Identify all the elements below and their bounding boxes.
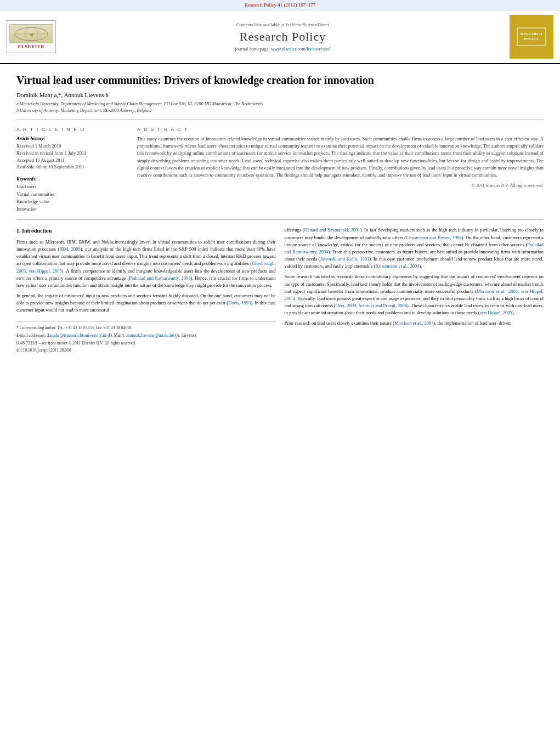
intro-para5: Prior research on lead users closely exa…	[285, 320, 544, 327]
email-link-mahr[interactable]: d.mahr@maastrichtuniversity.nl	[47, 332, 106, 338]
sciverse-line: Contents lists available at SciVerse Sci…	[67, 22, 499, 27]
ref-kristensson[interactable]: Kristensson et al., 2004	[375, 263, 419, 269]
history-heading: Article history:	[16, 135, 126, 141]
ref-prahalad2[interactable]: Prahalad and Ramaswamy, 2004	[285, 242, 544, 254]
keywords-heading: Keywords:	[16, 176, 126, 182]
intro-para4: Some research has tried to reconcile the…	[285, 273, 544, 316]
footnote-star: * Corresponding author. Tel.: +31 43 38 …	[16, 325, 276, 331]
divider-top	[16, 120, 544, 120]
body-col-left: 1. Introduction Firms such as Microsoft,…	[16, 227, 276, 354]
body-columns: 1. Introduction Firms such as Microsoft,…	[16, 227, 544, 354]
footnote-doi: doi:10.1016/j.respol.2011.08.006	[16, 347, 276, 353]
ref-morrison[interactable]: Morrison et al., 2004; von Hippel, 2005	[285, 289, 544, 301]
ref-henard[interactable]: Henard and Szymanski, 2001	[304, 227, 360, 233]
affiliation-a: a Maastricht University, Department of M…	[16, 101, 544, 106]
keyword-2: Virtual communities	[16, 191, 126, 199]
ref-christensen[interactable]: Christensen and Bower, 1996	[406, 235, 462, 240]
available-date: Available online 10 September 2011	[16, 163, 126, 171]
keyword-1: Lead users	[16, 183, 126, 191]
journal-homepage-link[interactable]: www.elsevier.com/locate/respol	[271, 46, 331, 52]
keyword-4: Innovation	[16, 206, 126, 213]
article-info-heading: A R T I C L E I N F O	[16, 127, 126, 132]
journal-center: Contents lists available at SciVerse Sci…	[56, 22, 510, 52]
article-content: Virtual lead user communities: Drivers o…	[0, 64, 560, 363]
ref-chesbrough[interactable]: Chesbrough, 2003; von Hippel, 2005	[16, 261, 276, 273]
ref-davis[interactable]: Davis, 1993	[228, 300, 251, 306]
author-names: Dominik Mahr a,*, Annouk Lievens b	[16, 92, 109, 98]
abstract-column: A B S T R A C T This study examines the …	[137, 127, 544, 213]
journal-header: 🌿 ELSEVIER Contents lists available at S…	[0, 10, 560, 64]
intro-para2: In general, the impact of customers' inp…	[16, 292, 276, 314]
banner-text: Research Policy 41 (2012) 167–177	[245, 2, 315, 8]
elsevier-logo: 🌿 ELSEVIER	[7, 20, 56, 53]
body-col-right: offerings (Henard and Szymanski, 2001). …	[285, 227, 544, 354]
article-title: Virtual lead user communities: Drivers o…	[16, 73, 544, 87]
revised-date: Received in revised form 1 July 2011	[16, 150, 126, 157]
copyright-line: © 2011 Elsevier B.V. All rights reserved…	[137, 183, 544, 188]
journal-homepage-line: journal homepage: www.elsevier.com/locat…	[67, 46, 499, 52]
keywords-list: Lead users Virtual communities Knowledge…	[16, 183, 126, 213]
intro-para3: offerings (Henard and Szymanski, 2001). …	[285, 227, 544, 270]
footnote-email-line: E-mail addresses: d.mahr@maastrichtunive…	[16, 332, 276, 339]
abstract-heading: A B S T R A C T	[137, 127, 544, 132]
rp-journal-logo: RESEARCHPOLICY	[510, 15, 553, 59]
ref-ibm[interactable]: IBM, 2008	[59, 246, 80, 252]
divider-bottom	[16, 219, 544, 220]
ref-prahalad1[interactable]: Prahalad and Ramaswamy, 2004	[129, 275, 190, 281]
accepted-date: Accepted 15 August 2011	[16, 157, 126, 164]
ref-vonhippel[interactable]: von Hippel, 2005	[479, 310, 512, 315]
footnote-area: * Corresponding author. Tel.: +31 43 38 …	[16, 321, 276, 354]
elsevier-logo-image: 🌿	[9, 24, 53, 43]
abstract-body: This study examines the creation of inno…	[137, 135, 544, 179]
ref-ozer[interactable]: Ozer, 2009; Schreier and Pruegl, 2008	[336, 303, 407, 308]
authors-line: Dominik Mahr a,*, Annouk Lievens b	[16, 92, 544, 98]
intro-para1: Firms such as Microsoft, IBM, BMW, and N…	[16, 239, 276, 289]
affiliation-b: b University of Antwerp, Marketing Depar…	[16, 108, 544, 113]
footnote-issn: 0048-7333/$ – see front matter © 2011 El…	[16, 340, 276, 346]
ref-morrison2[interactable]: Morrison et al., 2004	[394, 320, 434, 326]
email-link-lievens[interactable]: annouk.lievens@ua.ac.be	[126, 332, 174, 338]
elsevier-brand-text: ELSEVIER	[18, 44, 44, 49]
received-date: Received 1 March 2010	[16, 143, 126, 150]
info-abstract-section: A R T I C L E I N F O Article history: R…	[16, 127, 544, 213]
journal-title: Research Policy	[67, 30, 499, 44]
intro-heading: 1. Introduction	[16, 227, 276, 235]
ref-jaworski[interactable]: Jaworski and Kohli, 1993	[320, 256, 370, 262]
top-banner: Research Policy 41 (2012) 167–177	[0, 0, 560, 10]
rp-logo-inner: RESEARCHPOLICY	[517, 27, 547, 46]
svg-text:🌿: 🌿	[30, 33, 34, 37]
article-info-column: A R T I C L E I N F O Article history: R…	[16, 127, 126, 213]
keyword-3: Knowledge value	[16, 198, 126, 206]
